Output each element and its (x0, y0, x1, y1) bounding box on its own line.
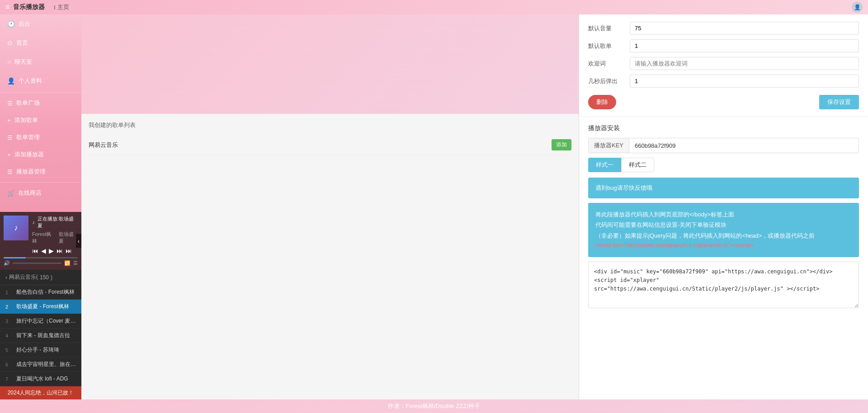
sidebar-item-shop[interactable]: 🛒 在线商店 (0, 184, 81, 202)
form-btn-row: 删除 保存设置 (588, 95, 859, 109)
playlist-item-num: 5 (5, 347, 13, 353)
plus-icon-1: + (7, 117, 11, 124)
list-icon-2: ☰ (7, 134, 13, 141)
sidebar-label-backend: 后台 (19, 20, 30, 28)
playlist-panel: ‹ 网易云音乐(150) 1船色告白信 - Forest枫林2歌场盛夏 - Fo… (0, 270, 81, 386)
sidebar-item-add-player[interactable]: + 添加播放器 (0, 146, 81, 163)
sidebar-item-player-mgr[interactable]: ☰ 播放器管理 (0, 163, 81, 180)
prev-prev-btn[interactable]: ⏮ (32, 247, 38, 254)
center-content: 我创建的歌单列表 网易云音乐 添加 (81, 14, 579, 399)
top-nav: I 主页 (54, 3, 69, 11)
volume-input[interactable] (630, 22, 859, 35)
now-playing-label: ♪ 正在播放:歌场盛夏 (32, 216, 78, 229)
mode-icon[interactable]: 🔁 (64, 260, 71, 266)
nav-item: 主页 (57, 3, 69, 11)
sidebar-item-profile[interactable]: 👤 个人资料 (0, 71, 81, 90)
playlist-back-icon[interactable]: ‹ (5, 274, 7, 281)
main-layout: 🕐 后台 ⊙ 首页 ○ 聊天室 👤 个人资料 ☰ 歌单广场 + 添加歌单 ☰ 歌… (0, 14, 868, 399)
plus-icon-2: + (7, 151, 11, 158)
instructions-line1: 将此段播放器代码插入到网页底部的</body>标签上面 (595, 209, 852, 220)
list-toggle-icon[interactable]: ☰ (73, 260, 78, 266)
playlist-item[interactable]: 2歌场盛夏 - Forest枫林 (0, 300, 81, 314)
sidebar-label-chat: 聊天室 (14, 58, 32, 66)
seconds-input[interactable] (630, 75, 859, 88)
music-note-icon: ♪ (32, 219, 35, 225)
sidebar-item-home[interactable]: ⊙ 首页 (0, 33, 81, 52)
playlist-item[interactable]: 7夏日喝汽水 lofi - ADG (0, 372, 81, 386)
install-title: 播放器安装 (588, 124, 859, 132)
instructions-line3: （非必要）如果提示jQuery问题，将此代码插入到网站的<head>，或播放器代… (595, 230, 852, 241)
playlist-item[interactable]: 3旅行中忘记（Cover 麦根蒸）- 宇西 (0, 314, 81, 329)
welcome-label: 欢迎词 (588, 60, 624, 68)
save-button[interactable]: 保存设置 (819, 95, 859, 109)
add-playlist-btn[interactable]: 添加 (552, 139, 571, 150)
user-avatar[interactable]: 👤 (852, 2, 863, 13)
playlist-item-name: 成去宇宙明星里、旅在夜里等你① - AD (16, 361, 76, 368)
style-tab-1[interactable]: 样式一 (588, 158, 621, 172)
next-btn[interactable]: ⏭ (57, 247, 63, 254)
list-icon-1: ☰ (7, 100, 13, 107)
playlist-item-name: 好心分手 - 苏琦琦 (16, 346, 76, 354)
key-row: 播放器KEY 660b98a72f909 (588, 138, 859, 153)
style-tabs: 样式一 样式二 (588, 158, 859, 172)
sidebar-item-chat[interactable]: ○ 聊天室 (0, 52, 81, 71)
sidebar-item-song-plaza[interactable]: ☰ 歌单广场 (0, 94, 81, 112)
playlist-item[interactable]: 5好心分手 - 苏琦琦 (0, 343, 81, 357)
playlist-item-name: 留下来 - 斑血鬼德古拉 (16, 332, 76, 339)
key-label: 播放器KEY (589, 138, 629, 153)
sidebar-label-player-mgr: 播放器管理 (16, 168, 46, 176)
sidebar-item-add-playlist[interactable]: + 添加歌单 (0, 112, 81, 129)
prev-btn[interactable]: ◀ (41, 247, 46, 254)
now-playing-text: 正在播放:歌场盛夏 (38, 216, 78, 229)
playlist-item-name: 船色告白信 - Forest枫林 (16, 288, 76, 296)
volume-bar[interactable] (13, 263, 61, 264)
bug-report-box[interactable]: 遇到bug请尽快反馈哦 (588, 178, 859, 198)
app-title: 音乐播放器 (13, 3, 45, 11)
song-input[interactable] (630, 39, 859, 52)
next-next-btn[interactable]: ⏭ (66, 247, 72, 254)
sidebar-divider-2 (0, 182, 81, 183)
playlist-count: 150 (40, 274, 49, 281)
collapse-btn[interactable]: ‹ (76, 234, 81, 248)
playlist-item[interactable]: 4留下来 - 斑血鬼德古拉 (0, 329, 81, 343)
player-progress-bar[interactable] (4, 257, 78, 258)
play-btn[interactable]: ▶ (49, 247, 54, 254)
my-playlists-label: 我创建的歌单列表 (89, 121, 571, 129)
delete-button[interactable]: 删除 (588, 95, 616, 109)
playlist-row-1: 网易云音乐 添加 (89, 135, 571, 155)
playlist-item[interactable]: 6成去宇宙明星里、旅在夜里等你① - AD (0, 357, 81, 372)
center-hero (81, 14, 579, 114)
player-controls[interactable]: ⏮ ◀ ▶ ⏭ ⏭ (32, 247, 78, 254)
key-value: 660b98a72f909 (629, 139, 681, 152)
playlist-item-num: 6 (5, 362, 13, 367)
announcement-bar: 2024人间忘绝，山河已故！ (0, 386, 81, 399)
announcement-text: 2024人间忘绝，山河已故！ (8, 390, 74, 396)
volume-icon: 🔊 (4, 260, 10, 266)
top-bar: ≡ 音乐播放器 I 主页 👤 (0, 0, 868, 14)
playlist-item[interactable]: 1船色告白信 - Forest枫林 (0, 285, 81, 300)
instructions-box: 将此段播放器代码插入到网页底部的</body>标签上面 代码间可能需要在网站信息… (588, 203, 859, 257)
volume-row: 默认音量 (588, 22, 859, 35)
sidebar-item-playlist-mgr[interactable]: ☰ 歌单管理 (0, 129, 81, 146)
welcome-input[interactable] (630, 57, 859, 70)
cart-icon: 🛒 (7, 190, 14, 197)
code-snippet-textarea[interactable] (588, 262, 859, 308)
sidebar-item-backend[interactable]: 🕐 后台 (0, 14, 81, 33)
playlist-item-num: 1 (5, 290, 13, 295)
instructions-line4: <script src="//lib.baomitu.com/jquery/3.… (595, 241, 852, 251)
sidebar-label-shop: 在线商店 (18, 189, 42, 197)
player-panel: ♪ ♪ 正在播放:歌场盛夏 Forest枫林 歌场盛夏 ⏮ (0, 212, 81, 270)
sidebar-label-add-playlist: 添加歌单 (14, 116, 38, 124)
nav-separator: I (54, 4, 56, 11)
song-label: 默认歌单 (588, 42, 624, 50)
style-tab-2[interactable]: 样式二 (621, 158, 654, 172)
album-art: ♪ (4, 216, 28, 240)
sidebar-label-add-player: 添加播放器 (14, 150, 44, 159)
right-panel: 默认音量 默认歌单 欢迎词 几秒后弹出 删除 保存设置 播放器安装 (579, 14, 868, 399)
volume-label: 默认音量 (588, 24, 624, 33)
seconds-row: 几秒后弹出 (588, 75, 859, 88)
playlist-items: 1船色告白信 - Forest枫林2歌场盛夏 - Forest枫林3旅行中忘记（… (0, 285, 81, 386)
song-row: 默认歌单 (588, 39, 859, 52)
player-meta: Forest枫林 歌场盛夏 (32, 231, 78, 244)
install-section: 播放器安装 播放器KEY 660b98a72f909 样式一 样式二 遇到bug… (579, 117, 868, 317)
